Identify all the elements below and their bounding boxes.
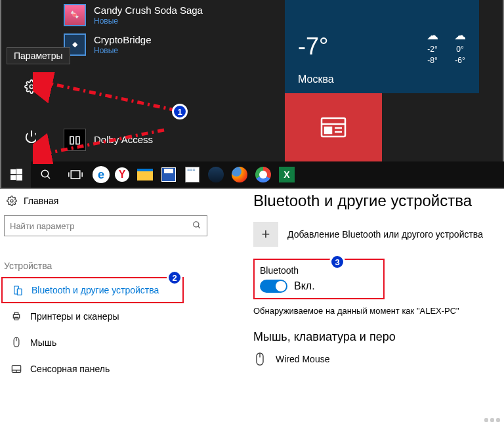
- page-title: Bluetooth и другие устройства: [253, 192, 503, 210]
- search-placeholder: Найти параметр: [10, 221, 74, 231]
- device-wired-mouse[interactable]: Wired Mouse: [253, 351, 503, 368]
- home-label: Главная: [24, 196, 58, 206]
- taskbar-chrome[interactable]: [253, 164, 274, 185]
- app-sublabel: Новые: [94, 16, 203, 26]
- annotation-badge-3: 3: [329, 254, 345, 270]
- svg-rect-13: [10, 175, 16, 180]
- svg-line-8: [46, 83, 176, 110]
- bluetooth-devices-icon: [12, 285, 24, 295]
- settings-tooltip: Параметры: [7, 47, 70, 64]
- add-device-row[interactable]: + Добавление Bluetooth или другого устро…: [253, 222, 503, 247]
- bluetooth-label: Bluetooth: [260, 265, 378, 276]
- app-candy-crush[interactable]: 🍬 Candy Crush Soda Saga Новые: [36, 0, 272, 30]
- svg-point-21: [194, 221, 199, 226]
- start-button[interactable]: [1, 161, 31, 188]
- taskbar: e Y ≡≡≡ X: [1, 161, 504, 188]
- nav-label: Bluetooth и другие устройства: [32, 285, 159, 295]
- cloud-icon: ☁: [427, 28, 438, 44]
- mouse-icon: [10, 337, 22, 349]
- taskbar-explorer[interactable]: [135, 164, 156, 185]
- bluetooth-state: Вкл.: [294, 280, 315, 292]
- taskbar-yandex[interactable]: Y: [112, 164, 132, 185]
- section-title: Мышь, клавиатура и перо: [253, 330, 503, 344]
- taskbar-firefox[interactable]: [229, 164, 250, 185]
- taskbar-excel[interactable]: X: [276, 164, 297, 185]
- nav-label: Принтеры и сканеры: [30, 311, 119, 322]
- task-view-button[interactable]: [60, 161, 90, 188]
- watermark: [484, 418, 500, 422]
- svg-point-15: [41, 170, 49, 177]
- device-label: Wired Mouse: [276, 354, 329, 364]
- svg-point-20: [10, 200, 13, 202]
- search-input[interactable]: Найти параметр: [4, 215, 207, 236]
- start-menu: Параметры 🍬 Candy Crush Soda Saga Новые …: [0, 0, 504, 189]
- task-view-icon: [68, 169, 83, 181]
- taskbar-notes[interactable]: ≡≡≡: [182, 164, 203, 185]
- cloud-icon: ☁: [454, 28, 466, 44]
- taskbar-steam[interactable]: [205, 164, 226, 185]
- nav-touchpad[interactable]: Сенсорная панель: [0, 356, 185, 382]
- weather-city: Москва: [298, 74, 334, 85]
- right-pane: Bluetooth и другие устройства + Добавлен…: [253, 192, 503, 368]
- nav-mouse[interactable]: Мышь: [0, 330, 185, 356]
- gear-icon: [7, 196, 17, 206]
- candy-crush-icon: 🍬: [64, 4, 86, 26]
- svg-rect-6: [325, 127, 331, 133]
- svg-rect-24: [17, 289, 22, 295]
- category-title: Устройства: [4, 261, 52, 271]
- taskbar-save[interactable]: [158, 164, 179, 185]
- nav-bluetooth[interactable]: Bluetooth и другие устройства: [1, 277, 184, 303]
- svg-line-22: [198, 226, 200, 228]
- annotation-badge-2: 2: [167, 270, 182, 286]
- app-label: Candy Crush Soda Saga: [94, 5, 203, 16]
- app-label: CryptoBridge: [94, 34, 152, 45]
- printer-icon: [10, 311, 22, 322]
- svg-rect-27: [14, 317, 18, 320]
- add-device-label: Добавление Bluetooth или другого устройс…: [287, 229, 483, 240]
- touchpad-icon: [10, 364, 22, 373]
- search-button[interactable]: [31, 161, 60, 188]
- taskbar-edge[interactable]: e: [93, 166, 110, 183]
- annotation-badge-1: 1: [172, 104, 188, 119]
- bluetooth-toggle-block: Bluetooth Вкл.: [253, 259, 385, 299]
- discoverable-text: Обнаруживаемое на данный момент как "ALE…: [253, 306, 503, 316]
- add-button[interactable]: +: [253, 222, 278, 247]
- weather-temp: -7°: [298, 33, 328, 60]
- bluetooth-toggle[interactable]: [260, 280, 287, 293]
- svg-rect-11: [10, 169, 16, 174]
- news-tile[interactable]: [285, 93, 382, 161]
- annotation-arrow-1: [33, 72, 184, 118]
- annotation-arrow-2: [33, 125, 171, 164]
- news-icon: [320, 117, 346, 138]
- svg-line-16: [47, 176, 50, 179]
- svg-rect-26: [14, 312, 18, 314]
- nav-label: Сенсорная панель: [30, 364, 110, 374]
- weather-forecast: ☁ -2° -8° ☁ 0° -6°: [427, 28, 466, 66]
- svg-rect-12: [16, 169, 22, 174]
- app-sublabel: Новые: [94, 46, 152, 55]
- settings-window: Главная Найти параметр Устройства Blueto…: [0, 192, 504, 425]
- windows-icon: [10, 169, 22, 181]
- plus-icon: +: [262, 226, 270, 243]
- forecast-day: ☁ 0° -6°: [454, 28, 466, 66]
- app-cryptobridge[interactable]: ◆ CryptoBridge Новые: [36, 30, 272, 59]
- svg-rect-17: [71, 171, 80, 179]
- weather-tile[interactable]: -7° Москва ☁ -2° -8° ☁ 0° -6°: [285, 0, 479, 93]
- nav-label: Мышь: [30, 337, 56, 348]
- search-icon: [192, 221, 201, 232]
- mouse-icon: [253, 351, 266, 368]
- svg-line-10: [45, 130, 164, 154]
- svg-rect-14: [16, 175, 22, 181]
- nav-printers[interactable]: Принтеры и сканеры: [0, 303, 185, 330]
- forecast-day: ☁ -2° -8°: [427, 28, 438, 66]
- nav-list: Bluetooth и другие устройства Принтеры и…: [0, 277, 185, 382]
- search-icon: [40, 169, 52, 181]
